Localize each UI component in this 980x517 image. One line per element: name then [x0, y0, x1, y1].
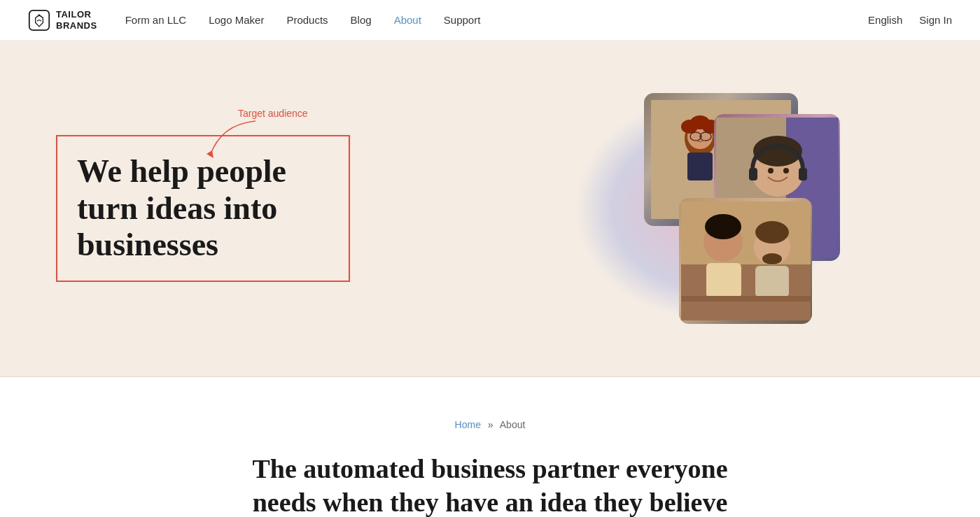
- hero-section: Target audience We help people turn idea…: [0, 41, 980, 376]
- hero-heading: We help people turn ideas into businesse…: [77, 153, 329, 264]
- nav-support[interactable]: Support: [444, 14, 481, 26]
- language-selector[interactable]: English: [868, 14, 902, 26]
- photo-collage: [574, 93, 840, 324]
- svg-rect-27: [681, 264, 811, 320]
- photo-working-pair: [679, 198, 812, 324]
- working-pair-illustration: [681, 201, 811, 320]
- about-heading: The automated business partner everyone …: [245, 453, 735, 517]
- svg-point-32: [755, 221, 789, 243]
- navbar: TAILORBRANDS Form an LLC Logo Maker Prod…: [0, 0, 980, 41]
- svg-point-33: [762, 253, 782, 264]
- svg-rect-30: [706, 263, 741, 298]
- breadcrumb-home[interactable]: Home: [455, 419, 481, 430]
- svg-rect-11: [687, 153, 713, 180]
- svg-rect-21: [749, 168, 757, 180]
- nav-products[interactable]: Products: [286, 14, 328, 26]
- nav-blog[interactable]: Blog: [351, 14, 372, 26]
- tailor-brands-icon: [28, 9, 50, 31]
- nav-form-llc[interactable]: Form an LLC: [125, 14, 187, 26]
- nav-logo-maker[interactable]: Logo Maker: [209, 14, 264, 26]
- target-audience-annotation: Target audience: [238, 107, 308, 120]
- brand-logo[interactable]: TAILORBRANDS: [28, 9, 97, 31]
- hero-left: Target audience We help people turn idea…: [56, 135, 490, 283]
- sign-in-button[interactable]: Sign In: [919, 14, 952, 26]
- svg-rect-35: [681, 296, 811, 302]
- svg-rect-22: [799, 168, 807, 180]
- brand-name: TAILORBRANDS: [56, 9, 97, 31]
- nav-links: Form an LLC Logo Maker Products Blog Abo…: [125, 14, 868, 26]
- hero-right: [490, 83, 924, 334]
- about-section: Home » About The automated business part…: [0, 377, 980, 517]
- annotation-arrow-icon: [200, 118, 262, 163]
- svg-rect-34: [755, 266, 789, 297]
- photo-card-working-pair: [679, 198, 812, 324]
- nav-about[interactable]: About: [394, 14, 421, 26]
- svg-point-23: [768, 168, 774, 173]
- svg-marker-1: [206, 150, 214, 158]
- navbar-right: English Sign In: [868, 14, 952, 26]
- svg-point-29: [705, 214, 741, 239]
- svg-point-24: [783, 168, 789, 173]
- breadcrumb-current: About: [500, 419, 526, 430]
- breadcrumb-separator: »: [488, 419, 493, 430]
- breadcrumb: Home » About: [28, 419, 952, 430]
